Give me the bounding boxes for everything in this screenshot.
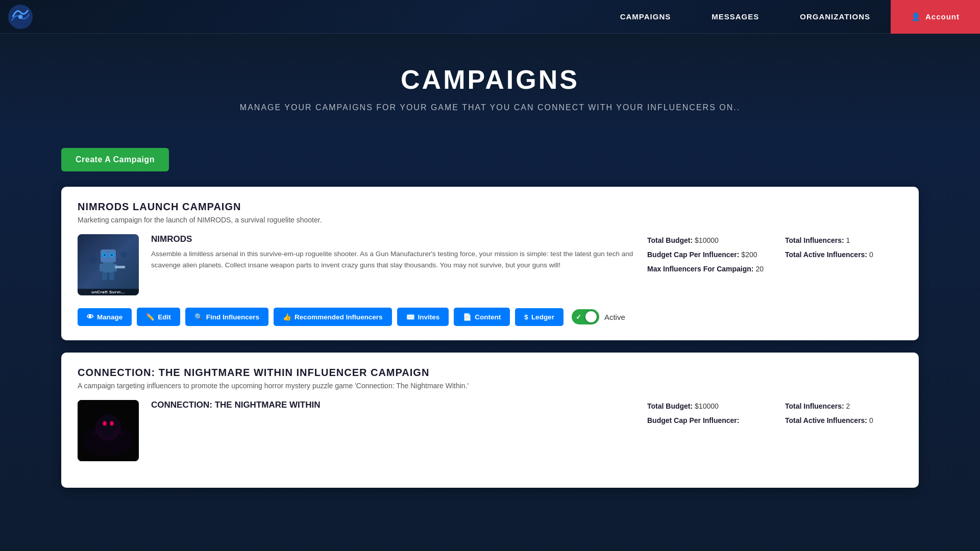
account-label: Account bbox=[925, 12, 960, 21]
dollar-icon: $ bbox=[524, 313, 528, 321]
file-icon: 📄 bbox=[463, 313, 472, 321]
edit-button[interactable]: ✏️ Edit bbox=[137, 308, 180, 326]
svg-point-1 bbox=[18, 15, 22, 19]
invites-button[interactable]: ✉️ Invites bbox=[397, 308, 449, 326]
campaign-desc-nimrods: Marketing campaign for the launch of NIM… bbox=[78, 216, 902, 224]
page-content: CAMPAIGNS MANAGE YOUR CAMPAIGNS FOR YOUR… bbox=[0, 0, 980, 551]
campaigns-section: Create A Campaign NIMRODS LAUNCH CAMPAIG… bbox=[0, 133, 980, 551]
stat-total-budget: Total Budget: $10000 bbox=[647, 236, 765, 244]
eye-icon: 👁 bbox=[87, 313, 94, 321]
campaign-desc-nightmare: A campaign targeting influencers to prom… bbox=[78, 382, 902, 390]
ledger-button[interactable]: $ Ledger bbox=[515, 308, 564, 326]
nimrods-thumb-label: unCraft Survi... bbox=[78, 289, 139, 295]
stat-max-influencers: Max Influencers For Campaign: 20 bbox=[647, 265, 765, 273]
nimrods-game-desc: Assemble a limitless arsenal in this sur… bbox=[151, 248, 635, 270]
page-title: CAMPAIGNS bbox=[10, 64, 970, 95]
logo[interactable] bbox=[0, 0, 41, 34]
user-icon: 👤 bbox=[911, 12, 921, 21]
svg-rect-6 bbox=[102, 272, 107, 280]
svg-point-21 bbox=[104, 422, 106, 425]
find-influencers-button[interactable]: 🔍 Find Influencers bbox=[185, 308, 268, 326]
nimrods-game-name: NIMRODS bbox=[151, 234, 635, 244]
create-campaign-button[interactable]: Create A Campaign bbox=[61, 148, 169, 171]
stat-budget-cap: Budget Cap Per Influencer: $200 bbox=[647, 251, 765, 259]
svg-rect-3 bbox=[103, 262, 113, 272]
content-button[interactable]: 📄 Content bbox=[454, 308, 510, 326]
search-icon: 🔍 bbox=[194, 313, 203, 321]
svg-point-14 bbox=[120, 252, 127, 258]
svg-point-12 bbox=[111, 254, 113, 256]
active-toggle-wrap: ✓ Active bbox=[572, 309, 625, 324]
active-toggle[interactable]: ✓ bbox=[572, 309, 599, 324]
nav-campaigns[interactable]: CAMPAIGNS bbox=[600, 0, 692, 34]
svg-rect-4 bbox=[100, 264, 104, 271]
campaign-body-nightmare: CONNECTION: THE NIGHTMARE WITHIN Total B… bbox=[78, 400, 902, 461]
stat-nightmare-active: Total Active Influencers: 0 bbox=[785, 416, 902, 424]
nimrods-stats: Total Budget: $10000 Total Influencers: … bbox=[647, 234, 902, 273]
campaign-title-nimrods: NIMRODS LAUNCH CAMPAIGN bbox=[78, 201, 902, 213]
svg-rect-7 bbox=[109, 272, 114, 280]
stat-nightmare-total-budget: Total Budget: $10000 bbox=[647, 402, 765, 410]
game-thumbnail-nimrods: unCraft Survi... bbox=[78, 234, 139, 295]
nav-links: CAMPAIGNS MESSAGES ORGANIZATIONS 👤 Accou… bbox=[600, 0, 980, 34]
stat-total-active: Total Active Influencers: 0 bbox=[785, 251, 902, 259]
svg-rect-8 bbox=[115, 266, 125, 268]
nav-account-button[interactable]: 👤 Account bbox=[891, 0, 980, 34]
nightmare-stats: Total Budget: $10000 Total Influencers: … bbox=[647, 400, 902, 424]
toggle-knob bbox=[585, 311, 597, 322]
page-subtitle: MANAGE YOUR CAMPAIGNS FOR YOUR GAME THAT… bbox=[10, 103, 970, 112]
edit-icon: ✏️ bbox=[146, 313, 155, 321]
stat-nightmare-budget-cap: Budget Cap Per Influencer: bbox=[647, 416, 765, 424]
campaign-card-nimrods: NIMRODS LAUNCH CAMPAIGN Marketing campai… bbox=[61, 187, 919, 340]
nav-messages[interactable]: MESSAGES bbox=[691, 0, 779, 34]
nimrods-game-info: NIMRODS Assemble a limitless arsenal in … bbox=[151, 234, 635, 270]
mail-icon: ✉️ bbox=[406, 313, 415, 321]
active-label: Active bbox=[604, 313, 625, 321]
campaign-card-nightmare: CONNECTION: THE NIGHTMARE WITHIN INFLUEN… bbox=[61, 353, 919, 488]
svg-point-18 bbox=[99, 414, 117, 437]
campaign-body-nimrods: unCraft Survi... NIMRODS Assemble a limi… bbox=[78, 234, 902, 295]
stat-total-influencers: Total Influencers: 1 bbox=[785, 236, 902, 244]
nightmare-game-name: CONNECTION: THE NIGHTMARE WITHIN bbox=[151, 400, 635, 410]
svg-point-13 bbox=[89, 256, 97, 264]
nav-organizations[interactable]: ORGANIZATIONS bbox=[779, 0, 891, 34]
nightmare-game-info: CONNECTION: THE NIGHTMARE WITHIN bbox=[151, 400, 635, 414]
campaign-title-nightmare: CONNECTION: THE NIGHTMARE WITHIN INFLUEN… bbox=[78, 367, 902, 379]
main-nav: CAMPAIGNS MESSAGES ORGANIZATIONS 👤 Accou… bbox=[0, 0, 980, 34]
nimrods-actions: 👁 Manage ✏️ Edit 🔍 Find Influencers 👍 Re… bbox=[78, 308, 902, 326]
game-thumbnail-nightmare bbox=[78, 400, 139, 461]
thumb-icon: 👍 bbox=[283, 313, 291, 321]
svg-point-11 bbox=[104, 254, 106, 256]
hero-section: CAMPAIGNS MANAGE YOUR CAMPAIGNS FOR YOUR… bbox=[0, 34, 980, 133]
toggle-check-icon: ✓ bbox=[576, 313, 581, 321]
stat-nightmare-total-influencers: Total Influencers: 2 bbox=[785, 402, 902, 410]
recommended-influencers-button[interactable]: 👍 Recommended Influencers bbox=[274, 308, 392, 326]
manage-button[interactable]: 👁 Manage bbox=[78, 308, 132, 326]
svg-point-22 bbox=[111, 422, 113, 425]
